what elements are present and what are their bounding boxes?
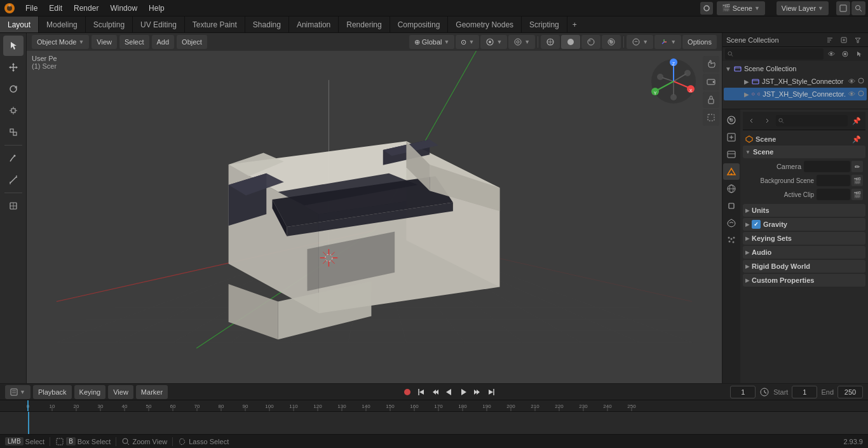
- select-menu[interactable]: Select: [119, 35, 149, 49]
- camera-pick-btn[interactable]: ✏: [851, 161, 863, 172]
- prop-tab-particles[interactable]: [723, 232, 740, 248]
- units-section-header[interactable]: ▶ Units: [743, 204, 865, 217]
- outliner-item-collection[interactable]: ▶ JST_XH_Style_Connector 👁: [734, 75, 867, 88]
- viewport-gizmo[interactable]: Z X Y: [648, 56, 699, 107]
- audio-section-header[interactable]: ▶ Audio: [743, 246, 865, 259]
- prop-tab-modifier[interactable]: [723, 215, 740, 231]
- tab-scripting[interactable]: Scripting: [522, 17, 567, 32]
- shading-wireframe[interactable]: [541, 35, 560, 49]
- scene-section-header[interactable]: ▼ Scene: [743, 146, 865, 158]
- tab-modeling[interactable]: Modeling: [39, 17, 86, 32]
- gravity-checkbox[interactable]: ✓: [752, 220, 761, 229]
- add-menu[interactable]: Add: [152, 35, 175, 49]
- menu-render[interactable]: Render: [69, 3, 104, 14]
- gravity-section-header[interactable]: ▶ ✓ Gravity: [743, 218, 865, 231]
- view-layer-selector[interactable]: View Layer ▼: [776, 1, 829, 15]
- timeline-scrub-area[interactable]: [0, 412, 868, 434]
- view-menu-tl[interactable]: View: [108, 385, 133, 399]
- outliner-item-eye-0[interactable]: 👁: [848, 78, 855, 85]
- viewport-3d[interactable]: Object Mode ▼ View Select Add Object ⊕ G…: [27, 33, 722, 383]
- prop-tab-world[interactable]: [723, 180, 740, 197]
- tool-select-cursor[interactable]: [3, 36, 24, 56]
- topbar-icon-2[interactable]: [851, 1, 865, 15]
- outliner-filter-btn[interactable]: [851, 34, 864, 46]
- rigid-body-section-header[interactable]: ▶ Rigid Body World: [743, 260, 865, 273]
- options-btn[interactable]: Options: [682, 35, 717, 49]
- prop-tab-scene[interactable]: [723, 163, 740, 180]
- timeline-body[interactable]: 0 10 20 30 40 50: [0, 400, 868, 434]
- tl-jump-start-btn[interactable]: [416, 388, 427, 397]
- topbar-icon-1[interactable]: [836, 1, 850, 15]
- outliner-sort-btn[interactable]: [824, 34, 836, 46]
- object-menu[interactable]: Object: [177, 35, 207, 49]
- props-pin-btn[interactable]: 📌: [850, 114, 863, 127]
- scene-pin-icon[interactable]: 📌: [850, 133, 863, 146]
- tab-texture-paint[interactable]: Texture Paint: [185, 17, 245, 32]
- shading-rendered[interactable]: [602, 35, 621, 49]
- outliner-new-collection-btn[interactable]: [837, 34, 850, 46]
- pivot-selector[interactable]: ⊙ ▼: [456, 35, 479, 49]
- keying-sets-section-header[interactable]: ▶ Keying Sets: [743, 232, 865, 245]
- scene-collection-root[interactable]: ▼ Scene Collection: [724, 62, 867, 75]
- active-clip-pick-btn[interactable]: 🎬: [851, 189, 863, 200]
- prop-tab-render[interactable]: [723, 112, 740, 128]
- prop-tab-view-layer[interactable]: [723, 146, 740, 163]
- outliner-select-icon[interactable]: [853, 48, 865, 60]
- scene-selector[interactable]: 🎬 Scene ▼: [717, 1, 765, 15]
- marker-menu[interactable]: Marker: [136, 385, 168, 399]
- outliner-item-eye-1[interactable]: 👁: [848, 90, 855, 98]
- tool-add-cube[interactable]: [3, 196, 24, 216]
- tl-record-btn[interactable]: [402, 388, 413, 397]
- menu-window[interactable]: Window: [105, 3, 142, 14]
- outliner-item-cam-1[interactable]: [858, 90, 864, 98]
- tool-move[interactable]: [3, 57, 24, 78]
- custom-props-section-header[interactable]: ▶ Custom Properties: [743, 274, 865, 287]
- tool-annotate[interactable]: [3, 148, 24, 168]
- props-search-input[interactable]: [786, 118, 845, 125]
- start-frame-input[interactable]: 1: [792, 386, 817, 398]
- tab-shading[interactable]: Shading: [245, 17, 289, 32]
- playback-menu[interactable]: Playback: [33, 385, 72, 399]
- outliner-render-icon[interactable]: [839, 48, 851, 60]
- bg-scene-pick-btn[interactable]: 🎬: [851, 175, 863, 186]
- tool-rotate[interactable]: [3, 79, 24, 99]
- workspace-menu-btn[interactable]: [700, 2, 713, 15]
- viewport-lock-camera[interactable]: [703, 92, 719, 108]
- tl-play-forward-btn[interactable]: [458, 388, 469, 397]
- tl-step-fwd-btn[interactable]: [471, 388, 483, 397]
- keying-menu[interactable]: Keying: [74, 385, 106, 399]
- tl-jump-end-btn[interactable]: [485, 388, 497, 397]
- tab-compositing[interactable]: Compositing: [390, 17, 449, 32]
- outliner-eye-icon[interactable]: 👁: [825, 48, 837, 60]
- outliner-item-mesh[interactable]: ▶ JST_XH_Style_Connector. 👁: [724, 88, 867, 100]
- overlay-toggle[interactable]: ▼: [627, 35, 653, 49]
- tab-rendering[interactable]: Rendering: [339, 17, 390, 32]
- view-menu[interactable]: View: [92, 35, 117, 49]
- outliner-search-input[interactable]: [735, 51, 821, 58]
- viewport-render-region[interactable]: [703, 109, 719, 126]
- tab-layout[interactable]: Layout: [0, 17, 39, 32]
- transform-orientation[interactable]: ⊕ Global ▼: [409, 35, 455, 49]
- prop-tab-object[interactable]: [723, 198, 740, 214]
- proportional-editing[interactable]: ▼: [508, 35, 535, 49]
- tab-uv-editing[interactable]: UV Editing: [133, 17, 185, 32]
- blender-logo[interactable]: [3, 1, 17, 15]
- menu-edit[interactable]: Edit: [44, 3, 67, 14]
- outliner-item-cam-0[interactable]: [858, 78, 864, 85]
- timeline-type-selector[interactable]: ▼: [5, 385, 31, 399]
- tool-measure[interactable]: [3, 170, 24, 190]
- tab-sculpting[interactable]: Sculpting: [86, 17, 133, 32]
- current-frame-input[interactable]: 1: [730, 386, 756, 398]
- props-fwd-btn[interactable]: [761, 114, 773, 127]
- viewport-canvas[interactable]: [27, 51, 722, 383]
- tool-scale[interactable]: [3, 100, 24, 121]
- snap-toggle[interactable]: ▼: [480, 35, 507, 49]
- add-workspace-btn[interactable]: +: [567, 17, 582, 32]
- tab-animation[interactable]: Animation: [289, 17, 339, 32]
- camera-field[interactable]: [804, 161, 850, 172]
- props-search[interactable]: [776, 115, 848, 126]
- mode-selector[interactable]: Object Mode ▼: [32, 35, 89, 49]
- tl-play-back-btn[interactable]: [444, 388, 455, 397]
- menu-file[interactable]: File: [20, 3, 43, 14]
- shading-material[interactable]: [581, 35, 600, 49]
